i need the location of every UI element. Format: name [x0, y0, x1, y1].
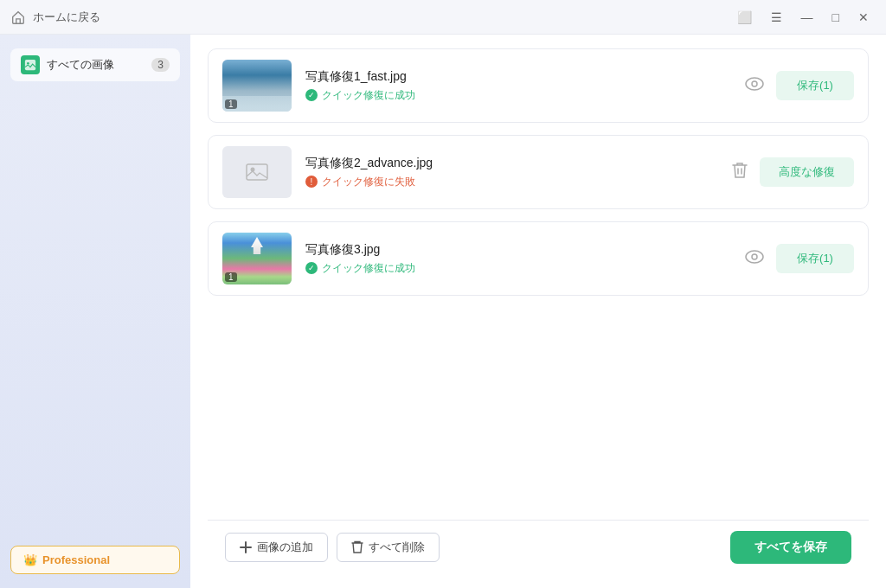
file-name: 写真修復2_advance.jpg — [305, 156, 715, 171]
file-status: ✓ クイック修復に成功 — [305, 88, 728, 103]
file-info: 写真修復3.jpg ✓ クイック修復に成功 — [305, 242, 728, 276]
delete-button[interactable] — [729, 158, 751, 187]
file-thumbnail: 1 — [222, 233, 292, 284]
file-name: 写真修復3.jpg — [305, 242, 728, 258]
save-all-label: すべてを保存 — [754, 540, 827, 553]
file-status: ✓ クイック修復に成功 — [305, 261, 728, 276]
add-images-label: 画像の追加 — [257, 540, 313, 555]
pro-badge[interactable]: 👑 Professional — [10, 546, 180, 574]
sidebar-item-all-images[interactable]: すべての画像 3 — [10, 48, 180, 81]
window-controls: ⬜ ☰ — □ ✕ — [730, 7, 876, 28]
svg-rect-4 — [247, 164, 267, 180]
status-text: クイック修復に成功 — [322, 88, 415, 103]
screen-button[interactable]: ⬜ — [730, 7, 759, 28]
file-thumbnail — [222, 146, 292, 198]
svg-point-7 — [752, 254, 757, 259]
plus-icon — [240, 541, 252, 553]
all-images-count: 3 — [151, 58, 170, 72]
delete-all-button[interactable]: すべて削除 — [337, 533, 440, 562]
table-row: 1 写真修復1_fast.jpg ✓ クイック修復に成功 — [208, 48, 869, 123]
add-images-button[interactable]: 画像の追加 — [225, 533, 328, 562]
file-list: 1 写真修復1_fast.jpg ✓ クイック修復に成功 — [208, 48, 869, 520]
back-label: ホームに戻る — [33, 10, 100, 25]
menu-button[interactable]: ☰ — [764, 7, 789, 28]
bottom-left-actions: 画像の追加 すべて削除 — [225, 533, 440, 562]
file-actions: 保存(1) — [742, 71, 854, 100]
file-actions: 保存(1) — [742, 244, 854, 273]
app-body: すべての画像 3 👑 Professional 1 写真修復1_fast.jpg… — [0, 35, 886, 588]
thumb-badge: 1 — [225, 99, 237, 109]
close-button[interactable]: ✕ — [851, 7, 876, 28]
file-actions: 高度な修復 — [729, 157, 854, 187]
save-button[interactable]: 保存(1) — [776, 71, 854, 100]
maximize-button[interactable]: □ — [825, 7, 846, 28]
titlebar-back[interactable]: ホームに戻る — [10, 10, 100, 25]
advanced-repair-button[interactable]: 高度な修復 — [760, 157, 854, 187]
preview-button[interactable] — [742, 246, 767, 272]
status-success-icon: ✓ — [305, 262, 318, 274]
svg-rect-0 — [25, 60, 35, 70]
svg-point-2 — [746, 78, 763, 90]
all-images-icon — [21, 55, 40, 74]
svg-point-6 — [746, 251, 763, 263]
file-info: 写真修復2_advance.jpg ! クイック修復に失敗 — [305, 156, 715, 189]
placeholder-thumb — [222, 146, 292, 198]
save-all-button[interactable]: すべてを保存 — [730, 531, 851, 564]
bottom-bar: 画像の追加 すべて削除 すべてを保存 — [208, 520, 869, 574]
sidebar: すべての画像 3 👑 Professional — [0, 35, 190, 588]
home-icon — [10, 10, 26, 25]
file-info: 写真修復1_fast.jpg ✓ クイック修復に成功 — [305, 69, 728, 103]
svg-point-3 — [752, 81, 757, 86]
pro-label: Professional — [42, 553, 110, 566]
file-thumbnail: 1 — [222, 60, 292, 112]
table-row: 1 写真修復3.jpg ✓ クイック修復に成功 — [208, 221, 869, 296]
minimize-button[interactable]: — — [794, 7, 820, 28]
file-name: 写真修復1_fast.jpg — [305, 69, 728, 85]
delete-all-label: すべて削除 — [369, 540, 425, 555]
status-success-icon: ✓ — [305, 89, 318, 101]
svg-point-1 — [27, 62, 29, 65]
all-images-label: すべての画像 — [47, 57, 114, 73]
status-text: クイック修復に成功 — [322, 261, 415, 276]
preview-button[interactable] — [742, 74, 767, 99]
table-row: 写真修復2_advance.jpg ! クイック修復に失敗 高度な修復 — [208, 135, 869, 209]
status-fail-icon: ! — [305, 176, 318, 188]
status-text: クイック修復に失敗 — [322, 175, 415, 189]
trash-icon — [351, 540, 363, 554]
save-button[interactable]: 保存(1) — [776, 244, 854, 273]
file-status: ! クイック修復に失敗 — [305, 175, 715, 189]
titlebar: ホームに戻る ⬜ ☰ — □ ✕ — [0, 0, 886, 35]
main-content: 1 写真修復1_fast.jpg ✓ クイック修復に成功 — [190, 35, 886, 588]
thumb-badge: 1 — [225, 272, 237, 282]
pro-crown-icon: 👑 — [23, 553, 37, 566]
